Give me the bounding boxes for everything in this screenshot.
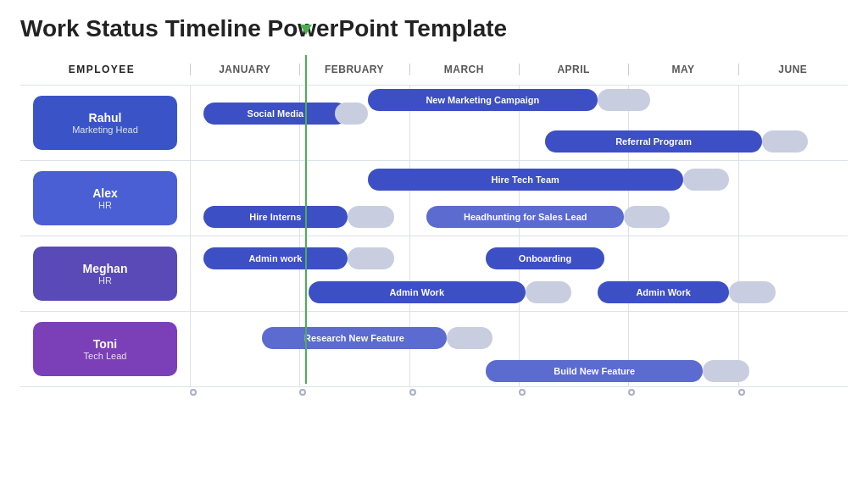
task-bar-placeholder: [335, 103, 368, 125]
employee-card-alex: AlexHR: [33, 171, 177, 225]
employee-cell-rahul: RahulMarketing Head: [20, 89, 190, 157]
gantt-row-alex: AlexHRHire InternsHire Tech TeamHeadhunt…: [20, 160, 848, 236]
timeline-row-alex: Hire InternsHire Tech TeamHeadhunting fo…: [190, 161, 848, 236]
employee-name: Meghan: [83, 262, 128, 275]
dot-column: [738, 389, 848, 396]
task-bar-placeholder: [348, 247, 393, 269]
timeline-row-meghan: Admin workAdmin WorkOnboardingAdmin Work: [190, 236, 848, 311]
dot-column: [299, 389, 409, 396]
task-bar-placeholder: [447, 327, 492, 349]
task-bar-onboarding: Onboarding: [486, 247, 604, 269]
task-bar-placeholder: [348, 206, 393, 228]
dot-column: [519, 389, 628, 396]
timeline-dot: [738, 389, 745, 396]
employee-name: Toni: [93, 337, 118, 351]
dot-column: [409, 389, 519, 396]
task-bar-placeholder: [598, 89, 650, 111]
grid-line: [190, 312, 191, 386]
timeline-dot: [519, 389, 526, 396]
month-april: APRIL: [519, 64, 628, 75]
employee-role: Marketing Head: [72, 125, 138, 135]
gantt-row-rahul: RahulMarketing HeadSocial MediaNew Marke…: [20, 85, 848, 160]
task-bar-admin-work: Admin work: [203, 247, 348, 269]
dot-column: [190, 389, 299, 396]
timeline-dot: [409, 389, 416, 396]
timeline-row-rahul: Social MediaNew Marketing CampaignReferr…: [190, 86, 848, 160]
timeline-dot: [190, 389, 197, 396]
task-bar-placeholder: [683, 169, 729, 191]
task-bar-placeholder: [762, 130, 808, 152]
task-bar-headhunting-for-sales-lead: Headhunting for Sales Lead: [426, 206, 624, 228]
grid-line: [738, 161, 739, 236]
task-bar-new-marketing-campaign: New Marketing Campaign: [368, 89, 598, 111]
month-march: MARCH: [409, 64, 519, 75]
today-line: [305, 55, 307, 384]
task-bar-admin-work: Admin Work: [598, 281, 729, 303]
timeline-dot: [628, 389, 635, 396]
month-may: MAY: [628, 64, 737, 75]
month-february: FEBRUARY: [299, 64, 409, 75]
employee-cell-toni: ToniTech Lead: [20, 315, 190, 383]
employee-card-meghan: MeghanHR: [33, 247, 177, 301]
employee-role: Tech Lead: [84, 351, 127, 361]
today-marker-triangle: [300, 25, 312, 35]
employee-column-header: EMPLOYEE: [20, 64, 190, 75]
dot-column: [628, 389, 737, 396]
task-bar-referral-program: Referral Program: [545, 130, 762, 152]
grid-line: [409, 312, 410, 386]
gantt-row-meghan: MeghanHRAdmin workAdmin WorkOnboardingAd…: [20, 236, 848, 311]
timeline-dot: [299, 389, 306, 396]
employee-role: HR: [98, 275, 112, 286]
grid-line: [190, 236, 191, 311]
task-bar-social-media: Social Media: [203, 103, 348, 125]
page: Work Status Timeline PowerPoint Template…: [0, 0, 868, 488]
bottom-dots: [20, 389, 848, 396]
employee-card-toni: ToniTech Lead: [33, 322, 177, 376]
grid-line: [190, 86, 191, 160]
grid-line: [190, 161, 191, 236]
task-bar-build-new-feature: Build New Feature: [486, 360, 703, 382]
timeline-header: JANUARY FEBRUARY MARCH APRIL MAY JUNE: [190, 64, 848, 75]
task-bar-placeholder: [624, 206, 670, 228]
gantt-container: EMPLOYEE JANUARY FEBRUARY MARCH APRIL MA…: [20, 54, 848, 396]
task-bar-hire-interns: Hire Interns: [203, 206, 348, 228]
task-bar-placeholder: [526, 281, 571, 303]
employee-role: HR: [98, 200, 112, 210]
employee-cell-meghan: MeghanHR: [20, 240, 190, 308]
gantt-body: RahulMarketing HeadSocial MediaNew Marke…: [20, 85, 848, 387]
grid-line: [299, 312, 300, 386]
dots-row: [190, 389, 848, 396]
gantt-row-toni: ToniTech LeadResearch New FeatureBuild N…: [20, 311, 848, 387]
page-title: Work Status Timeline PowerPoint Template: [20, 15, 848, 42]
employee-name: Alex: [92, 186, 118, 200]
month-june: JUNE: [738, 64, 848, 75]
task-bar-placeholder: [729, 281, 775, 303]
month-january: JANUARY: [190, 64, 299, 75]
employee-cell-alex: AlexHR: [20, 164, 190, 232]
task-bar-hire-tech-team: Hire Tech Team: [368, 169, 683, 191]
gantt-header: EMPLOYEE JANUARY FEBRUARY MARCH APRIL MA…: [20, 54, 848, 85]
employee-card-rahul: RahulMarketing Head: [33, 96, 177, 150]
employee-name: Rahul: [89, 111, 122, 125]
task-bar-placeholder: [703, 360, 748, 382]
timeline-row-toni: Research New FeatureBuild New Feature: [190, 312, 848, 386]
task-bar-admin-work: Admin Work: [309, 281, 526, 303]
task-bar-research-new-feature: Research New Feature: [262, 327, 446, 349]
